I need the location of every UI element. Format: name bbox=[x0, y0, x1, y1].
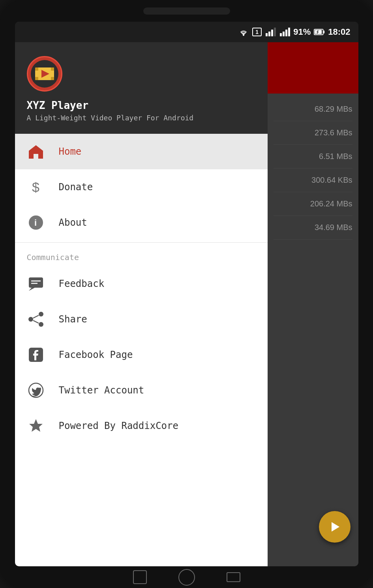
phone-bottom-bar bbox=[0, 566, 373, 588]
svg-rect-3 bbox=[271, 30, 273, 36]
status-icons: 1 91% bbox=[238, 27, 350, 37]
bg-list-item: 34.69 MBs bbox=[274, 216, 352, 240]
powered-icon bbox=[27, 417, 45, 435]
svg-text:i: i bbox=[34, 218, 37, 228]
screen-content: 68.29 MBs 273.6 MBs 6.51 MBs 300.64 KBs … bbox=[15, 42, 358, 566]
app-logo bbox=[27, 56, 62, 92]
svg-rect-11 bbox=[324, 31, 325, 34]
communicate-section-header: Communicate bbox=[15, 245, 268, 266]
svg-point-26 bbox=[39, 312, 43, 316]
svg-marker-23 bbox=[29, 288, 35, 291]
nav-item-donate[interactable]: $ Donate bbox=[15, 169, 268, 205]
logo-icon bbox=[34, 66, 55, 82]
signal2-icon bbox=[279, 28, 290, 36]
nav-label-feedback: Feedback bbox=[59, 278, 105, 289]
svg-marker-12 bbox=[332, 522, 339, 532]
nav-label-facebook: Facebook Page bbox=[59, 349, 133, 360]
nav-item-facebook[interactable]: Facebook Page bbox=[15, 337, 268, 373]
phone-notch bbox=[143, 7, 230, 15]
nav-item-home[interactable]: Home bbox=[15, 134, 268, 169]
svg-line-30 bbox=[33, 320, 39, 323]
nav-label-powered: Powered By RaddixCore bbox=[59, 420, 178, 431]
nav-item-powered[interactable]: Powered By RaddixCore bbox=[15, 408, 268, 444]
play-fab-button[interactable] bbox=[319, 511, 351, 543]
svg-rect-17 bbox=[51, 77, 54, 80]
signal1-icon bbox=[265, 28, 276, 36]
app-name: XYZ Player bbox=[27, 99, 256, 111]
nav-item-twitter[interactable]: Twitter Account bbox=[15, 373, 268, 408]
star-svg bbox=[28, 418, 44, 434]
play-icon bbox=[328, 520, 342, 534]
share-icon bbox=[27, 310, 45, 328]
svg-rect-15 bbox=[51, 67, 54, 71]
svg-rect-22 bbox=[29, 277, 43, 288]
wifi-icon bbox=[238, 28, 249, 36]
nav-label-donate: Donate bbox=[59, 182, 93, 193]
twitter-svg bbox=[28, 382, 44, 399]
sim-icon: 1 bbox=[252, 28, 262, 36]
bg-list-item: 6.51 MBs bbox=[274, 145, 352, 169]
phone-screen: 1 91% bbox=[15, 22, 358, 566]
nav-label-home: Home bbox=[59, 146, 82, 157]
feedback-icon bbox=[27, 275, 45, 293]
facebook-icon bbox=[27, 346, 45, 364]
svg-rect-4 bbox=[274, 28, 276, 36]
back-button[interactable] bbox=[133, 570, 147, 584]
nav-label-share: Share bbox=[59, 314, 87, 325]
svg-line-29 bbox=[33, 315, 39, 318]
home-icon bbox=[27, 142, 45, 161]
home-button[interactable] bbox=[178, 569, 195, 586]
facebook-svg bbox=[28, 346, 44, 363]
nav-divider bbox=[15, 242, 268, 243]
bg-header bbox=[268, 42, 358, 94]
svg-marker-33 bbox=[29, 419, 43, 432]
svg-text:$: $ bbox=[32, 180, 39, 195]
nav-item-feedback[interactable]: Feedback bbox=[15, 266, 268, 301]
svg-rect-1 bbox=[266, 33, 268, 36]
svg-point-28 bbox=[39, 322, 43, 327]
battery-icon bbox=[314, 28, 325, 36]
nav-label-twitter: Twitter Account bbox=[59, 385, 144, 396]
bg-list-item: 273.6 MBs bbox=[274, 121, 352, 145]
svg-rect-2 bbox=[268, 32, 270, 36]
navigation-drawer: XYZ Player A Light-Weight Video Player F… bbox=[15, 42, 268, 566]
phone-notch-bar bbox=[0, 0, 373, 22]
nav-item-share[interactable]: Share bbox=[15, 301, 268, 337]
recents-button[interactable] bbox=[227, 572, 240, 582]
home-svg bbox=[28, 144, 44, 159]
about-icon: i bbox=[27, 213, 45, 232]
svg-point-27 bbox=[28, 317, 33, 322]
bg-list: 68.29 MBs 273.6 MBs 6.51 MBs 300.64 KBs … bbox=[268, 94, 358, 243]
bg-list-item: 206.24 MBs bbox=[274, 192, 352, 216]
svg-point-0 bbox=[243, 34, 244, 36]
app-subtitle: A Light-Weight Video Player For Android bbox=[27, 114, 256, 122]
info-svg: i bbox=[28, 214, 44, 231]
battery-percent: 91% bbox=[293, 27, 311, 37]
svg-rect-6 bbox=[283, 32, 285, 36]
nav-item-about[interactable]: i About bbox=[15, 205, 268, 240]
status-bar: 1 91% bbox=[15, 22, 358, 42]
donate-icon: $ bbox=[27, 178, 45, 196]
bg-list-item: 300.64 KBs bbox=[274, 169, 352, 192]
app-logo-inner bbox=[31, 60, 58, 88]
status-time: 18:02 bbox=[328, 27, 350, 37]
phone-frame: 1 91% bbox=[0, 0, 373, 588]
bg-list-item: 68.29 MBs bbox=[274, 97, 352, 121]
dollar-svg: $ bbox=[29, 179, 43, 195]
bg-content: 68.29 MBs 273.6 MBs 6.51 MBs 300.64 KBs … bbox=[268, 42, 358, 566]
svg-rect-16 bbox=[35, 77, 38, 80]
feedback-svg bbox=[28, 275, 44, 292]
nav-label-about: About bbox=[59, 217, 87, 228]
svg-rect-7 bbox=[285, 30, 287, 36]
svg-rect-8 bbox=[288, 28, 290, 36]
svg-rect-14 bbox=[35, 67, 38, 71]
twitter-icon bbox=[27, 381, 45, 399]
svg-rect-5 bbox=[280, 33, 282, 36]
drawer-header: XYZ Player A Light-Weight Video Player F… bbox=[15, 42, 268, 134]
share-svg bbox=[28, 311, 44, 328]
